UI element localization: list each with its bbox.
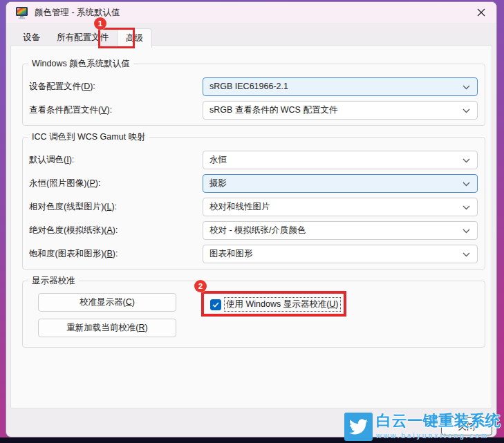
device-profile-dropdown[interactable]: sRGB IEC61966-2.1 bbox=[203, 77, 478, 96]
window-title: 颜色管理 - 系统默认值 bbox=[35, 7, 120, 19]
relative-colorimetric-dropdown[interactable]: 校对和线性图片 bbox=[203, 198, 478, 216]
saturation-charts-label: 饱和度(图表和图形)(B): bbox=[29, 245, 118, 263]
desktop-background: 颜色管理 - 系统默认值 设备 所有配置文件 高级 1 Windows 颜色系统… bbox=[0, 0, 504, 443]
group-icc-gamut-mapping-title: ICC 调色到 WCS Gamut 映射 bbox=[28, 131, 149, 143]
annotation-box-step1 bbox=[98, 28, 135, 48]
close-icon bbox=[477, 8, 485, 17]
color-management-dialog: 颜色管理 - 系统默认值 设备 所有配置文件 高级 1 Windows 颜色系统… bbox=[6, 1, 497, 437]
saturation-charts-dropdown[interactable]: 图表和图形 bbox=[203, 245, 478, 263]
absolute-colorimetric-dropdown[interactable]: 校对 - 模拟纸张/介质颜色 bbox=[203, 221, 478, 240]
default-rendering-intent-dropdown[interactable]: 永恒 bbox=[203, 151, 478, 169]
chevron-down-icon bbox=[463, 158, 470, 163]
annotation-box-step2 bbox=[201, 291, 346, 317]
group-display-calibration-title: 显示器校准 bbox=[28, 275, 79, 287]
default-rendering-intent-value: 永恒 bbox=[209, 155, 227, 164]
default-rendering-intent-label: 默认调色(I): bbox=[29, 151, 74, 169]
group-wcs-defaults-title: Windows 颜色系统默认值 bbox=[28, 58, 133, 70]
chevron-down-icon bbox=[463, 252, 470, 257]
chevron-down-icon bbox=[463, 205, 470, 210]
saturation-charts-value: 图表和图形 bbox=[209, 249, 253, 258]
advanced-tab-page: Windows 颜色系统默认值 设备配置文件(D): sRGB IEC61966… bbox=[10, 45, 492, 408]
watermark-title: 白云一键重装系统 bbox=[376, 411, 501, 431]
tab-devices[interactable]: 设备 bbox=[15, 28, 48, 46]
reload-calibration-button[interactable]: 重新加载当前校准(R) bbox=[38, 319, 176, 337]
viewing-conditions-profile-value: sRGB 查看条件的 WCS 配置文件 bbox=[209, 105, 337, 115]
watermark: 白云一键重装系统 www.baiyunxitong.com bbox=[344, 411, 501, 441]
annotation-badge-step2: 2 bbox=[194, 280, 207, 292]
perceptual-photo-label: 永恒(照片图像)(P): bbox=[29, 174, 100, 193]
perceptual-photo-dropdown[interactable]: 摄影 bbox=[203, 174, 478, 193]
chevron-down-icon bbox=[463, 85, 470, 90]
watermark-url: www.baiyunxitong.com bbox=[376, 432, 501, 440]
chevron-down-icon bbox=[463, 182, 470, 187]
titlebar: 颜色管理 - 系统默认值 bbox=[6, 2, 496, 23]
relative-colorimetric-value: 校对和线性图片 bbox=[209, 202, 270, 211]
color-management-icon bbox=[15, 6, 28, 19]
chevron-down-icon bbox=[463, 229, 470, 234]
relative-colorimetric-label: 相对色度(线型图片)(L): bbox=[29, 198, 117, 216]
perceptual-photo-value: 摄影 bbox=[209, 178, 227, 188]
absolute-colorimetric-value: 校对 - 模拟纸张/介质颜色 bbox=[209, 225, 306, 235]
twitter-bird-icon bbox=[344, 413, 373, 441]
close-window-button[interactable] bbox=[465, 2, 496, 23]
viewing-conditions-profile-dropdown[interactable]: sRGB 查看条件的 WCS 配置文件 bbox=[203, 101, 478, 120]
absolute-colorimetric-label: 绝对色度(模拟纸张)(A): bbox=[29, 221, 118, 240]
device-profile-label: 设备配置文件(D): bbox=[29, 77, 95, 96]
viewing-conditions-profile-label: 查看条件配置文件(V): bbox=[29, 101, 112, 120]
device-profile-value: sRGB IEC61966-2.1 bbox=[209, 82, 288, 91]
calibrate-display-button[interactable]: 校准显示器(C) bbox=[38, 293, 176, 312]
annotation-badge-step1: 1 bbox=[94, 17, 106, 30]
chevron-down-icon bbox=[463, 109, 470, 113]
